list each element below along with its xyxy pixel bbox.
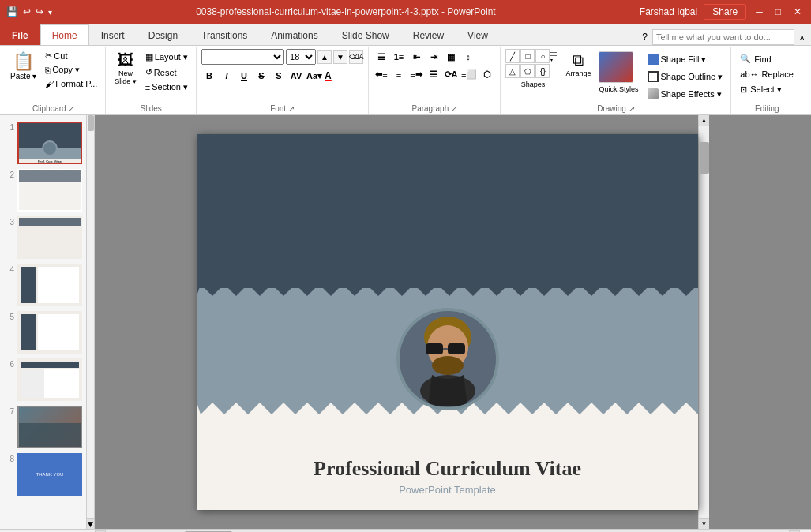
canvas-vscrollbar[interactable]: ▲ ▼	[698, 115, 709, 529]
slide-thumb-2[interactable]: 2	[3, 169, 91, 212]
font-size-select[interactable]: 18	[286, 49, 316, 65]
tab-animations[interactable]: Animations	[259, 24, 329, 45]
slide-thumb-5[interactable]: 5	[3, 311, 91, 354]
slide-thumb-4[interactable]: 4	[3, 264, 91, 306]
tab-transitions[interactable]: Transitions	[190, 24, 259, 45]
undo-icon[interactable]: ↩	[23, 6, 31, 17]
smartart-button[interactable]: ⬡	[479, 66, 495, 82]
select-button[interactable]: ⊡ Select ▾	[736, 83, 786, 96]
new-slide-button[interactable]: 🖼 New Slide ▾	[111, 49, 141, 88]
maximize-button[interactable]: □	[772, 6, 784, 17]
shape-effects-button[interactable]: Shape Effects ▾	[644, 87, 727, 101]
clipboard-label: Clipboard ↗	[2, 104, 105, 113]
replace-button[interactable]: ab↔ Replace	[736, 68, 798, 81]
bullets-button[interactable]: ☰	[374, 49, 389, 65]
font-size-decrease[interactable]: ▼	[333, 50, 347, 64]
arrange-area: ⧉ Arrange	[563, 49, 593, 80]
tab-view[interactable]: View	[456, 24, 500, 45]
search-input[interactable]	[652, 29, 794, 45]
shape-4[interactable]: △	[505, 64, 520, 78]
align-right-button[interactable]: ≡➡	[408, 66, 424, 82]
slide-thumb-3[interactable]: 3	[3, 216, 91, 259]
underline-button[interactable]: U	[236, 68, 252, 84]
scroll-thumb[interactable]	[700, 142, 709, 174]
slide-img-1[interactable]: Prof. Curr. Vitae	[17, 122, 82, 164]
tab-insert[interactable]: Insert	[89, 24, 137, 45]
clear-formatting-button[interactable]: ⌫A	[349, 50, 363, 64]
slide-thumb-7[interactable]: 7	[3, 406, 91, 448]
slide-img-5[interactable]	[17, 311, 82, 354]
slide-img-2[interactable]	[17, 169, 82, 212]
slide-img-3[interactable]	[17, 216, 82, 259]
cut-button[interactable]: ✂Cut	[42, 49, 100, 62]
italic-button[interactable]: I	[219, 68, 235, 84]
char-spacing-button[interactable]: AV	[288, 68, 304, 84]
reset-button[interactable]: ↺Reset	[142, 66, 191, 79]
scroll-down-btn[interactable]: ▼	[87, 518, 94, 529]
redo-icon[interactable]: ↪	[36, 6, 43, 17]
slide-thumb-6[interactable]: 6	[3, 358, 91, 401]
text-direction-button[interactable]: ⟳A	[443, 66, 459, 82]
scroll-down-btn-v[interactable]: ▼	[699, 518, 709, 529]
change-case-button[interactable]: Aa▾	[306, 68, 323, 84]
decrease-indent-button[interactable]: ⇤	[408, 49, 424, 65]
slide-num-2: 2	[3, 169, 14, 179]
help-icon[interactable]: ?	[642, 32, 648, 43]
font-family-select[interactable]	[201, 49, 284, 65]
shape-1[interactable]: ╱	[505, 49, 520, 63]
slide-img-7[interactable]	[17, 406, 82, 448]
section-button[interactable]: ≡Section ▾	[142, 81, 191, 94]
shadow-button[interactable]: S	[271, 68, 287, 84]
slide-panel-scrollbar[interactable]: ▼	[86, 115, 94, 529]
align-center-button[interactable]: ≡	[391, 66, 407, 82]
share-button[interactable]: Share	[704, 4, 746, 20]
find-button[interactable]: 🔍 Find	[736, 52, 775, 66]
shape-6[interactable]: {}	[535, 64, 550, 78]
tab-design[interactable]: Design	[137, 24, 190, 45]
tab-home[interactable]: Home	[40, 24, 89, 45]
align-left-button[interactable]: ⬅≡	[374, 66, 389, 82]
slide-img-8[interactable]: THANK YOU	[17, 453, 82, 496]
copy-button[interactable]: ⎘Copy ▾	[42, 63, 100, 77]
shape-outline-button[interactable]: Shape Outline ▾	[644, 69, 727, 84]
align-text-button[interactable]: ≡⬜	[460, 66, 478, 82]
font-color-button[interactable]: A	[325, 70, 332, 81]
close-button[interactable]: ✕	[790, 6, 805, 17]
justify-button[interactable]: ☰	[426, 66, 441, 82]
ribbon-content: 📋 Paste ▾ ✂Cut ⎘Copy ▾ 🖌Format P... Clip…	[0, 46, 811, 115]
shape-3[interactable]: ○	[535, 49, 550, 63]
shape-2[interactable]: □	[520, 49, 535, 63]
slide-img-6[interactable]	[17, 358, 82, 401]
shape-5[interactable]: ⬠	[520, 64, 535, 78]
slide-top-section	[197, 134, 698, 288]
bold-button[interactable]: B	[201, 68, 217, 84]
ribbon-collapse-icon[interactable]: ∧	[799, 33, 805, 42]
tab-file[interactable]: File	[0, 24, 40, 45]
paste-button[interactable]: 📋 Paste ▾	[6, 49, 40, 83]
select-icon: ⊡	[740, 84, 747, 95]
increase-indent-button[interactable]: ⇥	[426, 49, 441, 65]
replace-icon: ab↔	[740, 69, 758, 79]
col-button[interactable]: ▦	[443, 49, 459, 65]
arrange-button[interactable]: ⧉ Arrange	[563, 49, 593, 80]
quick-styles-button[interactable]: Quick Styles	[596, 49, 640, 96]
shape-fill-button[interactable]: Shape Fill ▾	[644, 52, 727, 66]
shape-effects-icon	[648, 88, 659, 99]
scroll-up-btn[interactable]: ▲	[699, 115, 709, 126]
svg-marker-0	[197, 272, 698, 296]
slide-thumb-1[interactable]: 1 Prof. Curr. Vitae	[3, 122, 91, 164]
numbering-button[interactable]: 1≡	[391, 49, 407, 65]
format-painter-button[interactable]: 🖌Format P...	[42, 77, 100, 90]
save-icon[interactable]: 💾	[6, 6, 18, 17]
tab-slideshow[interactable]: Slide Show	[330, 24, 401, 45]
line-spacing-button[interactable]: ↕	[460, 49, 476, 65]
slide-thumb-8[interactable]: 8 THANK YOU	[3, 453, 91, 496]
strikethrough-button[interactable]: S	[253, 68, 269, 84]
layout-button[interactable]: ▦Layout ▾	[142, 51, 191, 64]
tab-review[interactable]: Review	[401, 24, 456, 45]
minimize-button[interactable]: ─	[753, 6, 766, 17]
reset-icon: ↺	[145, 67, 152, 77]
font-size-increase[interactable]: ▲	[317, 50, 332, 64]
slide-img-4[interactable]	[17, 264, 82, 306]
shapes-more-button[interactable]: ▾	[550, 49, 560, 63]
